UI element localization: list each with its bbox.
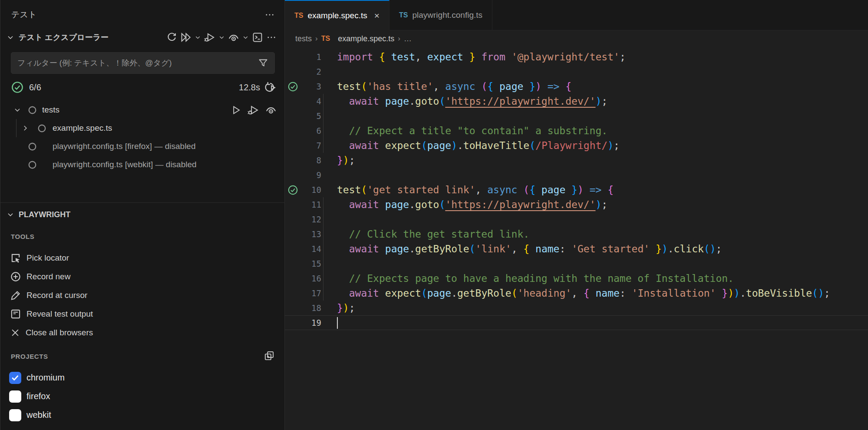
project-row-webkit[interactable]: webkit <box>0 406 284 424</box>
tree-item-label: example.spec.ts <box>53 123 112 133</box>
rerun-icon[interactable] <box>264 81 276 93</box>
indent-guide <box>323 227 323 241</box>
project-label: firefox <box>26 391 50 401</box>
test-tree-item[interactable]: tests <box>0 101 284 119</box>
ellipsis-icon[interactable] <box>264 10 275 20</box>
project-checkbox-firefox[interactable] <box>9 390 21 403</box>
indent-guide <box>323 197 323 212</box>
code-line-6[interactable]: 6 // Expect a title "to contain" a subst… <box>285 123 868 138</box>
text-cursor <box>337 317 338 329</box>
tree-item-label: tests <box>42 105 59 115</box>
chevron-down-icon[interactable] <box>6 33 15 41</box>
line-number: 8 <box>301 155 321 165</box>
code-line-7[interactable]: 7 await expect(page).toHaveTitle(/Playwr… <box>285 138 868 153</box>
code-line-5[interactable]: 5 <box>285 109 868 123</box>
line-number: 4 <box>301 96 321 106</box>
line-number: 6 <box>301 126 321 136</box>
code-text: await page.goto('https://playwright.dev/… <box>337 199 607 210</box>
tab-example.spec.ts[interactable]: TSexample.spec.ts× <box>285 0 389 30</box>
indent-guide <box>16 119 17 137</box>
code-line-17[interactable]: 17 await expect(page.getByRole('heading'… <box>285 286 868 301</box>
test-tree-item[interactable]: example.spec.ts <box>0 119 284 137</box>
watch-mode-eye-icon[interactable] <box>228 32 239 43</box>
tool-reveal-test-output[interactable]: Reveal test output <box>0 304 284 323</box>
tool-label: Record at cursor <box>26 291 87 300</box>
code-line-8[interactable]: 8}); <box>285 153 868 168</box>
code-line-9[interactable]: 9 <box>285 168 868 182</box>
projects-list: chromiumfirefoxwebkit <box>0 368 284 424</box>
tool-pick-locator[interactable]: Pick locator <box>0 248 284 267</box>
ellipsis-icon[interactable] <box>266 32 277 43</box>
test-pass-gutter-icon[interactable] <box>285 81 301 92</box>
tool-record-new[interactable]: Record new <box>0 267 284 286</box>
chevron-down-icon[interactable] <box>242 34 249 41</box>
code-line-12[interactable]: 12 <box>285 212 868 227</box>
test-state-circle-icon <box>27 105 37 115</box>
chevron-right-icon: › <box>398 34 400 43</box>
breadcrumb[interactable]: tests › TS example.spec.ts › … <box>285 30 868 47</box>
chevron-down-icon[interactable] <box>13 106 21 114</box>
run-all-tests-icon[interactable] <box>180 32 191 43</box>
project-checkbox-chromium[interactable] <box>9 372 21 384</box>
terminal-icon[interactable] <box>252 32 263 43</box>
section-divider <box>0 202 284 203</box>
sidebar-title: テスト <box>11 9 36 20</box>
playwright-section-header[interactable]: PLAYWRIGHT <box>0 207 284 222</box>
code-line-2[interactable]: 2 <box>285 64 868 79</box>
breadcrumb-folder[interactable]: tests <box>295 34 312 43</box>
code-line-18[interactable]: 18}); <box>285 301 868 315</box>
code-line-10[interactable]: 10test('get started link', async ({ page… <box>285 182 868 197</box>
test-state-circle-icon <box>37 123 47 133</box>
project-checkbox-webkit[interactable] <box>9 409 21 421</box>
new-window-icon[interactable] <box>264 350 275 361</box>
code-line-15[interactable]: 15 <box>285 256 868 271</box>
code-line-3[interactable]: 3test('has title', async ({ page }) => { <box>285 79 868 94</box>
code-text: // Click the get started link. <box>337 228 529 240</box>
debug-all-tests-icon[interactable] <box>204 32 215 43</box>
test-explorer-header[interactable]: テスト エクスプローラー <box>0 30 284 45</box>
test-filter-input[interactable] <box>11 59 258 68</box>
code-line-4[interactable]: 4 await page.goto('https://playwright.de… <box>285 94 868 109</box>
test-tree: testsexample.spec.tsplaywright.config.ts… <box>0 101 284 174</box>
code-line-19[interactable]: 19 <box>285 315 868 330</box>
code-text: // Expect a title "to contain" a substri… <box>337 125 607 136</box>
chevron-down-icon[interactable] <box>218 34 225 41</box>
tab-playwright.config.ts[interactable]: TSplaywright.config.ts <box>389 0 492 30</box>
filter-icon[interactable] <box>258 58 268 68</box>
code-line-1[interactable]: 1import { test, expect } from '@playwrig… <box>285 50 868 64</box>
breadcrumb-file[interactable]: example.spec.ts <box>338 34 394 43</box>
tab-label: example.spec.ts <box>307 11 367 20</box>
code-text: }); <box>337 155 355 166</box>
code-line-16[interactable]: 16 // Expects page to have a heading wit… <box>285 271 868 286</box>
project-row-chromium[interactable]: chromium <box>0 368 284 387</box>
code-line-14[interactable]: 14 await page.getByRole('link', { name: … <box>285 241 868 256</box>
code-editor[interactable]: 1import { test, expect } from '@playwrig… <box>285 47 868 430</box>
code-text: test('has title', async ({ page }) => { <box>337 81 571 92</box>
play-icon[interactable] <box>231 105 241 116</box>
project-row-firefox[interactable]: firefox <box>0 387 284 406</box>
code-line-11[interactable]: 11 await page.goto('https://playwright.d… <box>285 197 868 212</box>
test-pass-gutter-icon[interactable] <box>285 185 301 195</box>
indent-guide <box>323 138 323 153</box>
code-text: await expect(page).toHaveTitle(/Playwrig… <box>337 140 620 151</box>
tool-close-all-browsers[interactable]: Close all browsers <box>0 323 284 342</box>
test-tree-item[interactable]: playwright.config.ts [webkit] — disabled <box>0 155 284 174</box>
indent-guide <box>323 271 323 286</box>
chevron-down-icon[interactable] <box>195 34 201 41</box>
tree-item-actions <box>231 104 277 116</box>
eye-icon[interactable] <box>265 104 277 116</box>
test-tree-item[interactable]: playwright.config.ts [firefox] — disable… <box>0 137 284 155</box>
chevron-down-icon[interactable] <box>6 211 15 218</box>
chevron-right-icon[interactable] <box>21 124 29 132</box>
refresh-icon[interactable] <box>166 32 177 43</box>
tab-label: playwright.config.ts <box>412 10 482 20</box>
breadcrumb-symbol[interactable]: … <box>404 34 412 43</box>
close-icon[interactable]: × <box>374 11 380 20</box>
code-line-13[interactable]: 13 // Click the get started link. <box>285 227 868 241</box>
typescript-file-icon: TS <box>294 12 303 20</box>
test-state-circle-icon <box>27 142 37 152</box>
tool-record-at-cursor[interactable]: Record at cursor <box>0 286 284 304</box>
tool-label: Close all browsers <box>26 328 93 337</box>
debug-icon[interactable] <box>248 104 259 116</box>
code-text: test('get started link', async ({ page }… <box>337 184 614 195</box>
